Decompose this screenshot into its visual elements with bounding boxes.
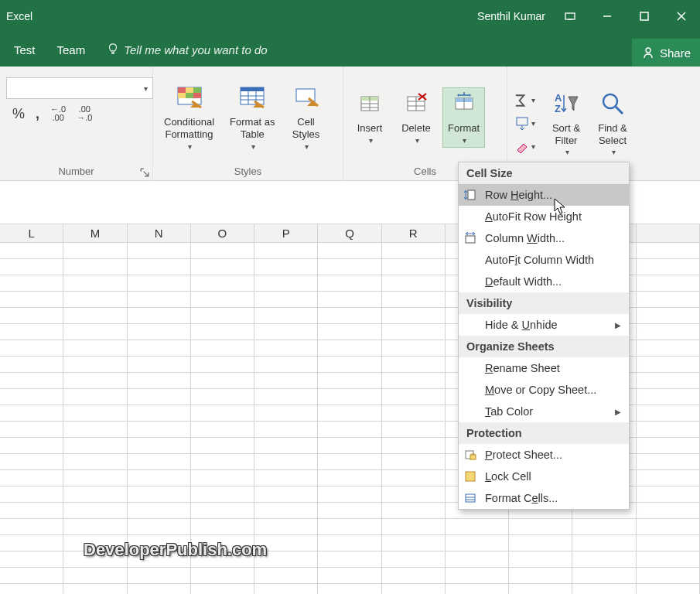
grid-cell[interactable]: [63, 324, 127, 340]
grid-cell[interactable]: [128, 243, 191, 259]
grid-cell[interactable]: [63, 357, 127, 373]
grid-cell[interactable]: [637, 308, 700, 324]
grid-cell[interactable]: [382, 584, 446, 594]
grid-cell[interactable]: [191, 275, 254, 292]
grid-cell[interactable]: [382, 308, 446, 324]
increase-decimal-button[interactable]: ←.0.00: [50, 105, 66, 122]
grid-cell[interactable]: [0, 438, 63, 454]
fill-button[interactable]: ▾: [514, 114, 535, 134]
grid-cell[interactable]: [0, 568, 63, 584]
grid-cell[interactable]: [0, 308, 63, 324]
grid-cell[interactable]: [509, 584, 572, 594]
grid-cell[interactable]: [63, 438, 127, 454]
col-header[interactable]: P: [254, 224, 318, 242]
share-button[interactable]: Share: [632, 39, 700, 67]
grid-cell[interactable]: [191, 292, 254, 308]
grid-cell[interactable]: [637, 470, 700, 486]
grid-cell[interactable]: [191, 519, 254, 535]
grid-cell[interactable]: [254, 357, 318, 373]
grid-cell[interactable]: [254, 405, 318, 422]
grid-cell[interactable]: [382, 551, 446, 568]
grid-cell[interactable]: [191, 389, 254, 405]
clear-button[interactable]: ▾: [514, 137, 535, 157]
grid-cell[interactable]: [128, 259, 191, 275]
menu-item-tab-color[interactable]: Tab Color ▶: [459, 401, 629, 422]
grid-cell[interactable]: [128, 486, 191, 503]
grid-cell[interactable]: [128, 357, 191, 373]
grid-cell[interactable]: [0, 535, 63, 551]
grid-cell[interactable]: [191, 470, 254, 486]
grid-cell[interactable]: [637, 324, 700, 340]
grid-cell[interactable]: [63, 373, 127, 389]
insert-button[interactable]: Insert ▾: [350, 88, 390, 147]
grid-cell[interactable]: [637, 389, 700, 405]
grid-cell[interactable]: [128, 308, 191, 324]
percent-button[interactable]: %: [12, 106, 25, 122]
grid-cell[interactable]: [254, 292, 318, 308]
grid-cell[interactable]: [509, 551, 572, 568]
grid-cell[interactable]: [446, 519, 509, 535]
grid-cell[interactable]: [637, 486, 700, 503]
grid-cell[interactable]: [191, 438, 254, 454]
grid-cell[interactable]: [509, 535, 572, 551]
grid-cell[interactable]: [128, 584, 191, 594]
grid-cell[interactable]: [254, 373, 318, 389]
grid-cell[interactable]: [637, 519, 700, 535]
menu-item-lock-cell[interactable]: Lock Cell: [459, 466, 629, 487]
grid-cell[interactable]: [382, 373, 446, 389]
grid-cell[interactable]: [637, 405, 700, 422]
col-header[interactable]: Q: [318, 224, 381, 242]
grid-cell[interactable]: [254, 438, 318, 454]
grid-cell[interactable]: [637, 551, 700, 568]
grid-cell[interactable]: [128, 389, 191, 405]
grid-cell[interactable]: [254, 470, 318, 486]
grid-cell[interactable]: [254, 243, 318, 259]
comma-button[interactable]: ,: [36, 106, 39, 122]
grid-cell[interactable]: [63, 340, 127, 357]
grid-cell[interactable]: [128, 373, 191, 389]
grid-cell[interactable]: [318, 324, 381, 340]
grid-cell[interactable]: [382, 503, 446, 519]
grid-cell[interactable]: [0, 519, 63, 535]
grid-cell[interactable]: [0, 275, 63, 292]
grid-cell[interactable]: [191, 486, 254, 503]
grid-cell[interactable]: [128, 454, 191, 470]
grid-cell[interactable]: [382, 243, 446, 259]
grid-cell[interactable]: [318, 551, 381, 568]
grid-cell[interactable]: [191, 568, 254, 584]
tell-me-search[interactable]: Tell me what you want to do: [96, 32, 278, 67]
grid-cell[interactable]: [637, 259, 700, 275]
grid-cell[interactable]: [191, 454, 254, 470]
grid-cell[interactable]: [128, 470, 191, 486]
menu-item-rename-sheet[interactable]: Rename Sheet: [459, 357, 629, 379]
grid-cell[interactable]: [63, 454, 127, 470]
menu-item-protect-sheet[interactable]: Protect Sheet...: [459, 444, 629, 466]
conditional-formatting-button[interactable]: Conditional Formatting ▾: [159, 82, 219, 152]
grid-cell[interactable]: [572, 568, 636, 584]
grid-cell[interactable]: [191, 373, 254, 389]
minimize-button[interactable]: [589, 0, 626, 32]
grid-cell[interactable]: [318, 389, 381, 405]
grid-cell[interactable]: [63, 259, 127, 275]
grid-cell[interactable]: [382, 292, 446, 308]
grid-cell[interactable]: [382, 340, 446, 357]
grid-cell[interactable]: [191, 405, 254, 422]
grid-cell[interactable]: [0, 503, 63, 519]
grid-cell[interactable]: [509, 568, 572, 584]
grid-cell[interactable]: [509, 519, 572, 535]
grid-cell[interactable]: [0, 243, 63, 259]
close-button[interactable]: [663, 0, 700, 32]
grid-cell[interactable]: [0, 551, 63, 568]
grid-cell[interactable]: [572, 551, 636, 568]
col-header[interactable]: R: [382, 224, 446, 242]
format-as-table-button[interactable]: Format as Table ▾: [225, 82, 280, 152]
grid-cell[interactable]: [63, 405, 127, 422]
grid-cell[interactable]: [382, 324, 446, 340]
grid-cell[interactable]: [0, 340, 63, 357]
grid-cell[interactable]: [382, 519, 446, 535]
grid-cell[interactable]: [318, 486, 381, 503]
grid-cell[interactable]: [191, 308, 254, 324]
grid-cell[interactable]: [318, 519, 381, 535]
grid-cell[interactable]: [0, 486, 63, 503]
delete-button[interactable]: Delete ▾: [396, 88, 436, 147]
